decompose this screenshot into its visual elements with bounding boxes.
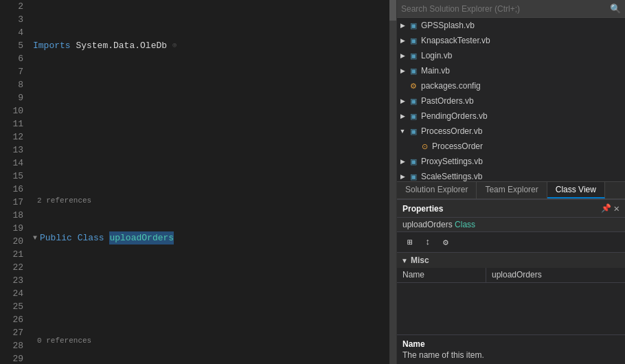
properties-object-bar: uploadOrders Class — [397, 218, 625, 232]
tree-arrow[interactable] — [397, 18, 408, 33]
search-icon[interactable]: 🔍 — [610, 3, 621, 14]
tree-arrow — [408, 139, 419, 154]
prop-value-name: uploadOrders — [486, 268, 625, 282]
search-bar: 🔍 — [397, 0, 625, 18]
tree-arrow[interactable] — [397, 33, 408, 48]
properties-toolbar: ⊞ ↕ ⚙ — [397, 232, 625, 253]
tree-item-proxysettings[interactable]: ▣ ProxySettings.vb — [397, 154, 625, 169]
code-lines: 2 3 4 5 6 7 8 9 10 11 12 13 14 15 16 17 … — [0, 0, 396, 364]
tree-item-knapsack[interactable]: ▣ KnapsackTester.vb — [397, 33, 625, 48]
tree-arrow — [397, 78, 408, 93]
prop-name-label: Name — [397, 268, 486, 282]
tree-item-processorder-class[interactable]: ⊙ ProcessOrder — [397, 139, 625, 154]
properties-header: Properties 📌 ✕ — [397, 200, 625, 218]
tree-arrow[interactable] — [397, 124, 408, 139]
tree-item-label: GPSSplash.vb — [421, 21, 475, 30]
categorized-icon: ⊞ — [407, 237, 413, 248]
tree-item-label: PendingOrders.vb — [421, 111, 488, 121]
tab-class-view[interactable]: Class View — [547, 182, 605, 198]
tree-arrow[interactable] — [397, 48, 408, 63]
tree-item-label: packages.config — [421, 81, 481, 91]
alphabetical-btn[interactable]: ↕ — [420, 235, 435, 250]
right-panel: 🔍 ▣ GPSSplash.vb ▣ KnapsackTester.vb ▣ L… — [397, 0, 625, 364]
section-arrow-icon: ▼ — [401, 257, 408, 264]
prop-grid: ▼ Misc Name uploadOrders — [397, 253, 625, 334]
tree-item-label: ScaleSettings.vb — [421, 172, 482, 181]
code-area: 2 3 4 5 6 7 8 9 10 11 12 13 14 15 16 17 … — [0, 0, 396, 364]
tree-item-packages[interactable]: ⚙ packages.config — [397, 78, 625, 93]
categorized-btn[interactable]: ⊞ — [402, 235, 418, 250]
tree-item-pendingorders[interactable]: ▣ PendingOrders.vb — [397, 109, 625, 124]
file-icon: ▣ — [408, 95, 419, 106]
code-line — [33, 144, 389, 157]
tree-item-login[interactable]: ▣ Login.vb — [397, 48, 625, 63]
file-icon: ▣ — [408, 126, 419, 137]
code-line-ref: 2 references — [33, 196, 389, 205]
tree-item-label: ProxySettings.vb — [421, 157, 483, 166]
tree-item-label: KnapsackTester.vb — [421, 36, 490, 45]
code-line: Imports System.Data.OleDb ⊕ — [33, 39, 389, 52]
file-icon: ▣ — [408, 171, 419, 181]
prop-section-misc[interactable]: ▼ Misc — [397, 253, 625, 268]
tab-solution-explorer[interactable]: Solution Explorer — [397, 182, 477, 198]
file-icon: ▣ — [408, 20, 419, 31]
add-icon[interactable]: ⊕ — [172, 39, 177, 52]
properties-title: Properties — [402, 204, 443, 214]
sort-icon: ↕ — [425, 237, 431, 247]
tree-item-label: PastOrders.vb — [421, 96, 474, 106]
tree-arrow[interactable] — [397, 154, 408, 169]
file-icon: ▣ — [408, 35, 419, 46]
class-icon: ⊙ — [419, 141, 430, 152]
tree-item-label: ProcessOrder.vb — [421, 126, 482, 136]
pin-icon[interactable]: 📌 — [601, 203, 611, 214]
tree-arrow[interactable] — [397, 109, 408, 124]
code-line — [33, 284, 389, 297]
tree-arrow[interactable] — [397, 93, 408, 109]
settings-icon: ⚙ — [443, 237, 448, 248]
tree-area: ▣ GPSSplash.vb ▣ KnapsackTester.vb ▣ Log… — [397, 18, 625, 181]
tree-item-pastorders[interactable]: ▣ PastOrders.vb — [397, 93, 625, 109]
solution-search-input[interactable] — [401, 4, 610, 14]
collapse-icon[interactable]: ▼ — [33, 231, 37, 244]
tree-item-gpssplash[interactable]: ▣ GPSSplash.vb — [397, 18, 625, 33]
file-icon: ▣ — [408, 65, 419, 76]
code-line: ▼ Public Class uploadOrders — [33, 231, 389, 244]
editor-scrollbar[interactable] — [389, 0, 396, 364]
tree-item-scalesettings[interactable]: ▣ ScaleSettings.vb — [397, 169, 625, 181]
properties-object-class: Class — [455, 220, 475, 229]
prop-desc-title: Name — [402, 339, 620, 349]
close-icon[interactable]: ✕ — [614, 203, 620, 214]
tree-item-label: Main.vb — [421, 66, 450, 76]
properties-panel: Properties 📌 ✕ uploadOrders Class ⊞ ↕ ⚙ — [397, 199, 625, 364]
solution-explorer: 🔍 ▣ GPSSplash.vb ▣ KnapsackTester.vb ▣ L… — [397, 0, 625, 199]
properties-object-name: uploadOrders — [402, 220, 453, 229]
tree-arrow[interactable] — [397, 169, 408, 181]
file-icon: ▣ — [408, 50, 419, 61]
class-name-highlight: uploadOrders — [109, 231, 174, 244]
tree-item-label: ProcessOrder — [432, 141, 483, 151]
code-content[interactable]: Imports System.Data.OleDb ⊕ 2 references… — [29, 0, 389, 364]
code-line-ref: 0 references — [33, 336, 389, 345]
property-pages-btn[interactable]: ⚙ — [438, 235, 453, 250]
tabs-bar: Solution Explorer Team Explorer Class Vi… — [397, 181, 625, 199]
tree-item-label: Login.vb — [421, 51, 452, 60]
prop-row-name: Name uploadOrders — [397, 268, 625, 283]
tree-item-main[interactable]: ▣ Main.vb — [397, 63, 625, 78]
code-line — [33, 91, 389, 104]
file-icon: ▣ — [408, 111, 419, 122]
prop-description: Name The name of this item. — [397, 334, 625, 364]
tree-arrow[interactable] — [397, 63, 408, 78]
tab-team-explorer[interactable]: Team Explorer — [477, 182, 547, 198]
config-icon: ⚙ — [408, 80, 419, 91]
line-numbers: 2 3 4 5 6 7 8 9 10 11 12 13 14 15 16 17 … — [0, 0, 29, 364]
file-icon: ▣ — [408, 156, 419, 167]
section-title: Misc — [411, 255, 429, 265]
tree-item-processorder[interactable]: ▣ ProcessOrder.vb — [397, 124, 625, 139]
editor-panel: 2 3 4 5 6 7 8 9 10 11 12 13 14 15 16 17 … — [0, 0, 397, 364]
prop-desc-text: The name of this item. — [402, 350, 620, 360]
